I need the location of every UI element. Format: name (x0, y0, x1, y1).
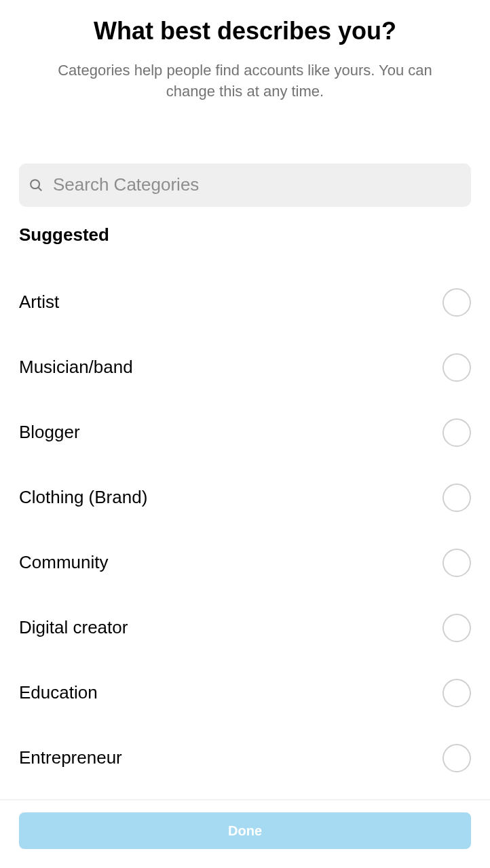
svg-line-1 (39, 187, 42, 191)
category-row-entrepreneur[interactable]: Entrepreneur (0, 726, 490, 791)
footer: Done (0, 800, 490, 868)
header: What best describes you? Categories help… (0, 0, 490, 102)
category-label: Digital creator (19, 617, 128, 638)
category-row-education[interactable]: Education (0, 660, 490, 726)
radio-icon[interactable] (442, 744, 471, 772)
page-title: What best describes you? (19, 16, 471, 45)
radio-icon[interactable] (442, 549, 471, 577)
category-label: Entrepreneur (19, 747, 122, 768)
search-container[interactable] (19, 163, 471, 207)
category-label: Blogger (19, 422, 80, 443)
search-icon (29, 178, 43, 193)
category-row-musician-band[interactable]: Musician/band (0, 335, 490, 400)
category-row-digital-creator[interactable]: Digital creator (0, 595, 490, 660)
section-suggested-title: Suggested (19, 224, 471, 245)
category-label: Clothing (Brand) (19, 487, 147, 508)
svg-point-0 (31, 180, 39, 189)
category-label: Community (19, 552, 108, 573)
category-label: Artist (19, 292, 59, 313)
search-input[interactable] (53, 174, 461, 195)
category-label: Musician/band (19, 357, 133, 378)
page-subtitle: Categories help people find accounts lik… (19, 60, 471, 102)
category-row-blogger[interactable]: Blogger (0, 400, 490, 465)
radio-icon[interactable] (442, 484, 471, 512)
category-row-artist[interactable]: Artist (0, 270, 490, 335)
done-button[interactable]: Done (19, 812, 471, 849)
category-row-community[interactable]: Community (0, 530, 490, 595)
category-list: Artist Musician/band Blogger Clothing (B… (0, 270, 490, 800)
radio-icon[interactable] (442, 288, 471, 317)
radio-icon[interactable] (442, 614, 471, 642)
radio-icon[interactable] (442, 418, 471, 447)
category-label: Education (19, 682, 98, 703)
category-row-clothing-brand[interactable]: Clothing (Brand) (0, 465, 490, 530)
radio-icon[interactable] (442, 679, 471, 707)
radio-icon[interactable] (442, 353, 471, 382)
